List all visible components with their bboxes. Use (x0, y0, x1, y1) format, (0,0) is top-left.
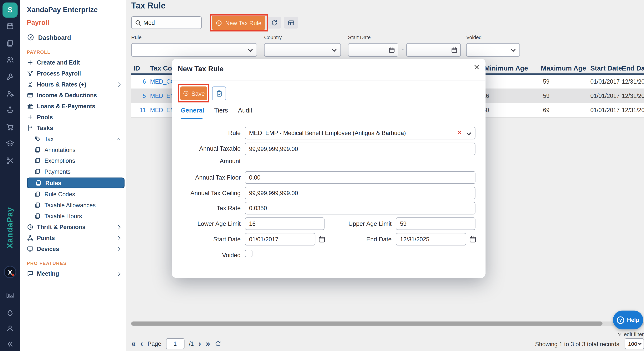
rule-filter-select[interactable] (131, 43, 257, 57)
sidebar-item-create-and-edit[interactable]: Create and Edit (20, 57, 126, 68)
cell-start-date: 01/01/2017 (590, 92, 620, 99)
sidebar-item-process-payroll[interactable]: Process Payroll (20, 68, 126, 79)
tab-tiers[interactable]: Tiers (214, 107, 228, 114)
profile-icon[interactable] (6, 324, 14, 332)
chevron-right-icon (116, 225, 121, 229)
annual-taxable-label-line1: Annual Taxable (172, 145, 240, 152)
copy-from-template-button[interactable] (212, 87, 226, 100)
cell-tax-code[interactable]: MED_CO (150, 78, 175, 85)
sidebar-item-pools[interactable]: Pools (20, 112, 126, 123)
first-page-button[interactable]: « (131, 339, 136, 348)
anchor-icon[interactable] (6, 106, 14, 114)
sidebar-item-loans-and-epayments[interactable]: Loans & E-Payments (20, 101, 126, 112)
collapse-sidebar-icon[interactable] (6, 340, 14, 348)
help-button[interactable]: ? Help (613, 310, 643, 329)
user-settings-icon[interactable] (6, 90, 14, 98)
sidebar-item-points[interactable]: Points (20, 232, 126, 243)
card-icon (27, 92, 34, 99)
grid-icon (287, 19, 294, 26)
end-date-input[interactable] (396, 233, 466, 245)
save-button[interactable]: Save (180, 87, 207, 100)
tax-rate-input[interactable] (245, 202, 476, 214)
sidebar-item-hours-and-rates[interactable]: Hours & Rates (+) (20, 79, 126, 90)
sidebar-item-label: Rule Codes (44, 191, 75, 198)
procurement-icon[interactable] (6, 123, 14, 131)
close-icon[interactable]: × (474, 61, 480, 73)
modal-title: New Tax Rule (178, 65, 224, 74)
grid-view-button[interactable] (284, 17, 298, 29)
header-maximum-age[interactable]: Maximum Age (541, 65, 586, 72)
sidebar-item-thrift-and-pensions[interactable]: Thrift & Pensions (20, 222, 126, 232)
voided-checkbox[interactable] (245, 250, 252, 257)
calendar-icon[interactable] (469, 235, 478, 244)
rule-select[interactable]: MED_EMP - Medical Benefit Employee (Anti… (245, 127, 476, 139)
pagination: « ‹ Page /1 › » (131, 338, 222, 349)
sidebar-item-taxable-hours[interactable]: Taxable Hours (20, 211, 126, 222)
document-icon (34, 202, 41, 209)
country-filter-select[interactable] (264, 43, 341, 57)
sidebar-item-dashboard[interactable]: Dashboard (20, 32, 126, 43)
employees-icon[interactable] (6, 56, 14, 64)
tag-icon (34, 136, 41, 142)
utilities-icon[interactable] (6, 157, 14, 165)
sidebar-item-taxable-allowances[interactable]: Taxable Allowances (20, 200, 126, 211)
filter-country-label: Country (264, 35, 341, 40)
education-icon[interactable] (6, 139, 14, 148)
upper-age-limit-input[interactable] (396, 217, 476, 230)
sidebar-item-tax[interactable]: Tax (20, 134, 126, 145)
header-minimum-age[interactable]: Minimum Age (484, 65, 528, 72)
start-date-to-input[interactable] (406, 43, 461, 57)
sidebar-item-devices[interactable]: Devices (20, 243, 126, 254)
clear-icon[interactable]: × (458, 129, 462, 136)
horizontal-scrollbar[interactable] (131, 321, 644, 326)
refresh-icon[interactable] (215, 340, 222, 347)
scrollbar-thumb[interactable] (131, 321, 602, 326)
calendar-icon[interactable] (6, 22, 14, 30)
annual-tax-floor-input[interactable] (245, 171, 476, 184)
sidebar-item-annotations[interactable]: Annotations (20, 144, 126, 155)
annual-taxable-amount-input[interactable] (245, 143, 476, 155)
header-end-date[interactable]: End Date (622, 65, 644, 72)
sidebar-item-income-and-deductions[interactable]: Income & Deductions (20, 90, 126, 101)
calendar-icon[interactable] (451, 47, 458, 54)
refresh-button[interactable] (267, 17, 282, 29)
tab-general[interactable]: General (181, 107, 204, 114)
sidebar-item-label: Loans & E-Payments (37, 103, 95, 110)
next-page-button[interactable]: › (198, 339, 201, 348)
liquid-icon[interactable] (6, 308, 14, 317)
sidebar-item-meeting[interactable]: Meeting (20, 268, 126, 279)
last-page-button[interactable]: » (206, 339, 210, 348)
icon-rail: $ XandaPay X (0, 0, 20, 351)
cell-tax-code[interactable]: MED_EM (150, 92, 175, 99)
page-number-input[interactable] (166, 338, 184, 349)
search-input[interactable] (144, 17, 199, 28)
sidebar-item-tasks[interactable]: Tasks (20, 123, 126, 134)
header-id[interactable]: ID (134, 65, 146, 72)
reports-icon[interactable] (6, 39, 14, 48)
start-date-from-input[interactable] (348, 43, 398, 57)
annual-tax-ceiling-input[interactable] (245, 187, 476, 199)
cell-id[interactable]: 11 (134, 107, 146, 113)
cell-tax-code[interactable]: MED_EM (150, 107, 175, 113)
page-title: Tax Rule (131, 1, 166, 11)
calendar-icon[interactable] (388, 47, 395, 54)
cell-id[interactable]: 5 (134, 92, 146, 99)
sidebar-item-payments[interactable]: Payments (20, 166, 126, 177)
page-size-select[interactable]: 100 (625, 338, 644, 349)
sidebar-item-exemptions[interactable]: Exemptions (20, 155, 126, 166)
voided-filter-select[interactable] (466, 43, 520, 57)
previous-page-button[interactable]: ‹ (140, 339, 143, 348)
tools-icon[interactable] (6, 73, 14, 81)
new-tax-rule-button[interactable]: New Tax Rule (212, 16, 266, 30)
sidebar-item-rules[interactable]: Rules (27, 177, 124, 188)
cell-id[interactable]: 6 (134, 78, 146, 85)
cell-end-date: 12/31/20 (622, 78, 644, 85)
edit-filter-link[interactable]: edit filter (617, 331, 644, 337)
payroll-dollar-icon[interactable]: $ (2, 3, 18, 18)
search-box[interactable] (131, 16, 202, 29)
flag-icon (27, 125, 34, 131)
header-start-date[interactable]: Start Date (590, 65, 622, 72)
sidebar-item-rule-codes[interactable]: Rule Codes (20, 189, 126, 200)
gallery-icon[interactable] (6, 291, 14, 300)
tab-audit[interactable]: Audit (238, 107, 252, 114)
